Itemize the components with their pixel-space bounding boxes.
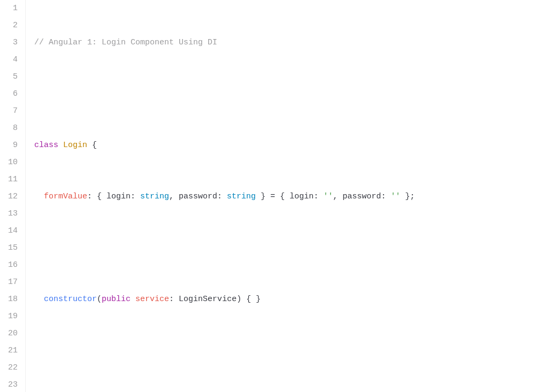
line-number: 5 — [0, 68, 25, 86]
text-token — [58, 141, 63, 150]
string-token: '' — [391, 192, 400, 201]
line-number: 22 — [0, 359, 25, 376]
string-token: '' — [323, 192, 333, 201]
line-number: 4 — [0, 51, 25, 68]
code-line[interactable] — [34, 86, 550, 103]
line-number: 6 — [0, 86, 25, 103]
fn-token: constructor — [44, 295, 97, 304]
code-line[interactable] — [34, 240, 550, 257]
text-token: ( — [97, 295, 102, 304]
comment-token: // Angular 1: Login Component Using DI — [34, 38, 217, 47]
line-number: 21 — [0, 342, 25, 359]
attr-token: service — [135, 295, 169, 304]
code-line[interactable]: class Login { — [34, 137, 550, 154]
text-token: , password: — [169, 192, 227, 201]
line-number: 12 — [0, 188, 25, 205]
code-line[interactable]: constructor(public service: LoginService… — [34, 291, 550, 308]
line-number: 11 — [0, 171, 25, 188]
text-token — [34, 295, 44, 304]
line-number: 23 — [0, 376, 25, 392]
line-number: 20 — [0, 325, 25, 342]
text-token: }; — [400, 192, 415, 201]
type-token: string — [227, 192, 256, 201]
code-line[interactable]: formValue: { login: string, password: st… — [34, 188, 550, 205]
line-number: 16 — [0, 257, 25, 274]
line-number: 10 — [0, 154, 25, 171]
line-number: 2 — [0, 17, 25, 34]
line-number: 9 — [0, 137, 25, 154]
text-token: { — [87, 141, 97, 150]
attr-token: formValue — [44, 192, 87, 201]
text-token — [34, 192, 44, 201]
line-number-gutter: 1 2 3 4 5 6 7 8 9 10 11 12 13 14 15 16 1… — [0, 0, 26, 392]
type-token: string — [140, 192, 169, 201]
line-number: 18 — [0, 291, 25, 308]
line-number: 14 — [0, 222, 25, 240]
line-number: 15 — [0, 240, 25, 257]
code-editor[interactable]: // Angular 1: Login Component Using DI c… — [26, 0, 550, 392]
text-token: : LoginService) { } — [169, 295, 261, 304]
text-token: } = { login: — [256, 192, 323, 201]
line-number: 3 — [0, 34, 25, 51]
line-number: 1 — [0, 0, 25, 17]
line-number: 19 — [0, 308, 25, 325]
class-token: Login — [63, 141, 87, 150]
line-number: 7 — [0, 103, 25, 120]
code-line[interactable] — [34, 342, 550, 359]
line-number: 17 — [0, 274, 25, 291]
code-line[interactable]: // Angular 1: Login Component Using DI — [34, 34, 550, 51]
keyword-token: public — [102, 295, 131, 304]
line-number: 8 — [0, 120, 25, 137]
text-token: : { login: — [87, 192, 140, 201]
text-token — [131, 295, 135, 304]
text-token: , password: — [333, 192, 391, 201]
line-number: 13 — [0, 205, 25, 222]
keyword-token: class — [34, 141, 58, 150]
